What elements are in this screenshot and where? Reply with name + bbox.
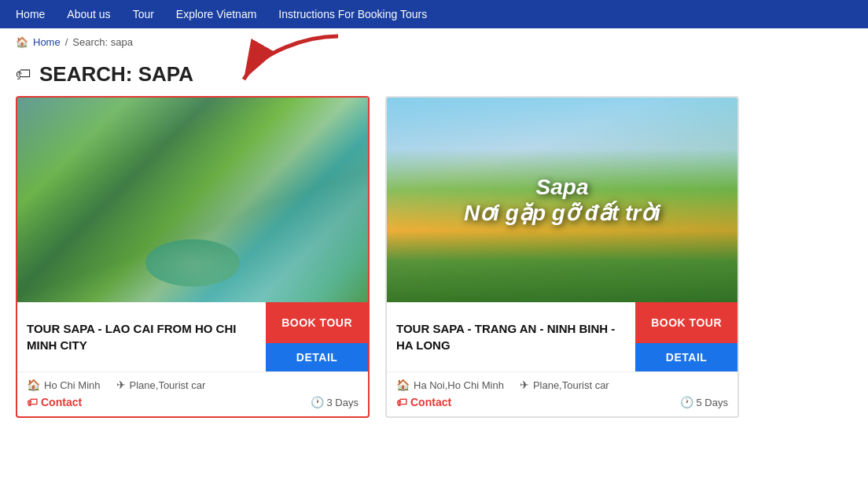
tour-buttons-1: BOOK TOUR DETAIL [266,302,368,371]
page-title: SEARCH: SAPA [39,62,193,87]
plane-icon-1: ✈ [116,379,126,391]
tour-transport-text-2: Plane,Tourist car [533,379,609,391]
nav-explore[interactable]: Explore Vietnam [176,8,256,20]
contact-link-1[interactable]: 🏷 Contact [27,396,82,408]
tour-meta-row-1: 🏠 Ho Chi Minh ✈ Plane,Tourist car [27,379,359,391]
breadcrumb: 🏠 Home / Search: sapa [0,28,868,56]
tour-title-2: TOUR SAPA - TRANG AN - NINH BINH - HA LO… [396,320,626,353]
tour-title-area-2: TOUR SAPA - TRANG AN - NINH BINH - HA LO… [387,302,635,371]
book-tour-button-2[interactable]: BOOK TOUR [635,302,737,343]
nav-home[interactable]: Home [16,8,45,20]
days-info-1: 🕐 3 Days [311,396,359,408]
tour-image-2 [387,98,737,302]
tour-buttons-2: BOOK TOUR DETAIL [635,302,737,371]
tour-location-text-1: Ho Chi Minh [44,379,101,391]
tour-card-1: TOUR SAPA - LAO CAI FROM HO CHI MINH CIT… [16,96,370,418]
red-arrow [228,28,354,91]
home-icon-1: 🏠 [27,379,40,391]
detail-button-1[interactable]: DETAIL [266,343,368,371]
breadcrumb-current: Search: sapa [72,36,133,48]
contact-label-2: Contact [410,396,451,408]
breadcrumb-separator: / [65,36,68,48]
tour-transport-text-1: Plane,Tourist car [130,379,206,391]
nav-about[interactable]: About us [67,8,110,20]
detail-button-2[interactable]: DETAIL [635,343,737,371]
tour-card-bottom-2: TOUR SAPA - TRANG AN - NINH BINH - HA LO… [387,302,737,371]
bag-icon: 🏷 [16,65,31,83]
tour-title-1: TOUR SAPA - LAO CAI FROM HO CHI MINH CIT… [27,320,256,353]
tour-contact-row-2: 🏷 Contact 🕐 5 Days [396,396,728,408]
tour-title-area-1: TOUR SAPA - LAO CAI FROM HO CHI MINH CIT… [17,302,266,371]
tour-footer-2: 🏠 Ha Noi,Ho Chi Minh ✈ Plane,Tourist car… [387,371,737,416]
nav-instructions[interactable]: Instructions For Booking Tours [278,8,427,20]
tour-footer-1: 🏠 Ho Chi Minh ✈ Plane,Tourist car 🏷 Cont… [17,371,368,416]
page-title-section: 🏷 SEARCH: SAPA [0,56,868,96]
tour-contact-row-1: 🏷 Contact 🕐 3 Days [27,396,359,408]
tag-icon-2: 🏷 [396,396,407,408]
contact-link-2[interactable]: 🏷 Contact [396,396,451,408]
days-info-2: 🕐 5 Days [680,396,728,408]
clock-icon-1: 🕐 [311,396,324,408]
tour-grid: TOUR SAPA - LAO CAI FROM HO CHI MINH CIT… [0,96,868,434]
main-nav: Home About us Tour Explore Vietnam Instr… [0,0,868,28]
tour-card-2: TOUR SAPA - TRANG AN - NINH BINH - HA LO… [385,96,739,418]
tour-transport-1: ✈ Plane,Tourist car [116,379,206,391]
days-text-2: 5 Days [697,397,728,408]
breadcrumb-home[interactable]: Home [33,36,61,48]
clock-icon-2: 🕐 [680,396,693,408]
tour-meta-row-2: 🏠 Ha Noi,Ho Chi Minh ✈ Plane,Tourist car [396,379,728,391]
tour-location-2: 🏠 Ha Noi,Ho Chi Minh [396,379,504,391]
tour-transport-2: ✈ Plane,Tourist car [520,379,609,391]
tour-card-bottom-1: TOUR SAPA - LAO CAI FROM HO CHI MINH CIT… [17,302,368,371]
nav-tour[interactable]: Tour [133,8,154,20]
plane-icon-2: ✈ [520,379,529,391]
book-tour-button-1[interactable]: BOOK TOUR [266,302,368,343]
tag-icon-1: 🏷 [27,396,38,408]
home-icon: 🏠 [16,36,28,48]
contact-label-1: Contact [41,396,82,408]
tour-location-1: 🏠 Ho Chi Minh [27,379,101,391]
tour-image-1 [17,98,368,302]
days-text-1: 3 Days [327,397,359,408]
home-icon-2: 🏠 [396,379,410,391]
tour-image-sapa-trang [387,98,737,302]
tour-location-text-2: Ha Noi,Ho Chi Minh [414,379,504,391]
tour-image-sapa-lao [17,98,368,302]
